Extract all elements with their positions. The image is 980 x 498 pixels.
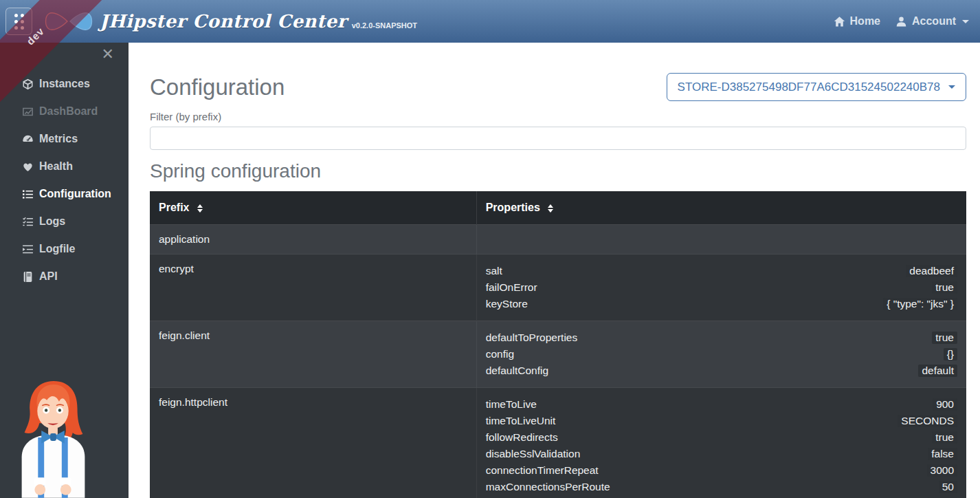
prefix-cell: feign.httpclient	[150, 388, 476, 498]
chevron-down-icon	[962, 20, 969, 23]
prefix-cell: feign.client	[150, 321, 476, 388]
property-value: 3000	[927, 464, 957, 477]
properties-cell: timeToLive900 timeToLiveUnitSECONDS foll…	[476, 388, 966, 498]
property-name: timeToLive	[486, 398, 537, 411]
configuration-table: Prefix Properties application encrypt sa…	[150, 191, 966, 498]
prefix-cell: application	[150, 225, 476, 255]
property-name: config	[486, 348, 514, 360]
sidebar: ✕ Instances DashBoard Metrics	[0, 43, 129, 498]
sidebar-item-health[interactable]: Health	[0, 153, 129, 180]
sidebar-item-instances[interactable]: Instances	[0, 70, 129, 98]
property-name: timeToLiveUnit	[486, 415, 556, 427]
property-name: defaultConfig	[486, 365, 548, 377]
filter-label: Filter (by prefix)	[150, 111, 966, 122]
account-icon	[895, 16, 907, 28]
table-row: application	[150, 225, 966, 255]
table-row: feign.httpclient timeToLive900 timeToLiv…	[150, 388, 966, 498]
property-name: connectionTimerRepeat	[486, 464, 599, 477]
table-row: encrypt saltdeadbeef failOnErrortrue key…	[150, 255, 966, 321]
property-value: true	[932, 281, 957, 294]
properties-cell: defaultToPropertiestrue config{} default…	[476, 321, 966, 388]
home-link[interactable]: Home	[834, 15, 880, 28]
jhipster-mascot	[3, 376, 104, 498]
sidebar-item-label: Logfile	[39, 243, 75, 255]
sidebar-item-label: DashBoard	[39, 105, 98, 118]
sidebar-item-label: Instances	[39, 78, 90, 90]
property-value: {}	[944, 348, 957, 360]
property-value: true	[932, 332, 957, 344]
sidebar-item-api[interactable]: API	[0, 263, 129, 290]
property-value: 50	[939, 481, 957, 493]
configuration-list-icon	[22, 188, 34, 200]
properties-cell: saltdeadbeef failOnErrortrue keyStore{ "…	[476, 255, 966, 321]
property-value: false	[928, 448, 957, 460]
sidebar-item-dashboard[interactable]: DashBoard	[0, 98, 129, 125]
sidebar-nav: Instances DashBoard Metrics Health	[0, 70, 129, 290]
sort-icon	[197, 204, 203, 213]
property-value: SECONDS	[898, 415, 957, 427]
app-title: JHipster Control Center	[100, 11, 347, 32]
property-name: defaultToProperties	[486, 332, 578, 344]
sidebar-item-label: Health	[39, 160, 73, 173]
apps-grid-button[interactable]	[5, 8, 32, 35]
property-name: disableSslValidation	[486, 448, 581, 460]
instance-selector-dropdown[interactable]: STORE-D385275498DF77A6CD31524502240B78	[667, 73, 966, 101]
properties-cell	[476, 225, 966, 255]
filter-input[interactable]	[150, 127, 966, 150]
sidebar-item-configuration[interactable]: Configuration	[0, 180, 129, 208]
jhipster-bowtie-logo	[42, 6, 96, 37]
top-navbar: JHipster Control Center v0.2.0-SNAPSHOT …	[0, 0, 980, 43]
column-header-prefix[interactable]: Prefix	[150, 191, 476, 225]
section-title: Spring configuration	[150, 160, 966, 182]
chevron-down-icon	[948, 85, 955, 89]
sidebar-item-label: Configuration	[39, 188, 111, 200]
sidebar-item-label: Logs	[39, 215, 65, 228]
logs-tasks-icon	[22, 216, 34, 228]
sidebar-item-label: Metrics	[39, 133, 78, 145]
property-name: salt	[486, 265, 502, 277]
column-header-properties[interactable]: Properties	[476, 191, 966, 225]
home-icon	[834, 16, 845, 28]
sidebar-item-metrics[interactable]: Metrics	[0, 125, 129, 153]
account-label: Account	[912, 15, 956, 28]
property-value: default	[918, 365, 957, 377]
sidebar-item-label: API	[39, 270, 58, 283]
home-label: Home	[850, 15, 880, 28]
property-value: deadbeef	[906, 265, 957, 277]
instance-selector-value: STORE-D385275498DF77A6CD31524502240B78	[678, 80, 940, 94]
property-name: failOnError	[486, 281, 537, 294]
sidebar-item-logs[interactable]: Logs	[0, 208, 129, 235]
property-name: keyStore	[486, 298, 528, 310]
property-value: true	[932, 431, 957, 444]
account-menu[interactable]: Account	[895, 15, 969, 28]
close-icon[interactable]: ✕	[102, 47, 114, 62]
property-value: 900	[933, 398, 957, 411]
metrics-gauge-icon	[22, 133, 34, 145]
instances-icon	[22, 78, 34, 90]
property-name: maxConnectionsPerRoute	[486, 481, 610, 493]
api-book-icon	[22, 271, 34, 283]
logfile-icon	[22, 243, 34, 255]
page-title: Configuration	[150, 74, 285, 100]
app-version: v0.2.0-SNAPSHOT	[352, 21, 417, 30]
property-value: { "type": "jks" }	[883, 298, 957, 310]
sidebar-item-logfile[interactable]: Logfile	[0, 235, 129, 263]
prefix-cell: encrypt	[150, 255, 476, 321]
dashboard-chart-icon	[22, 106, 34, 118]
health-heart-icon	[22, 161, 34, 173]
sort-icon	[548, 204, 553, 213]
table-row: feign.client defaultToPropertiestrue con…	[150, 321, 966, 388]
property-name: followRedirects	[486, 431, 558, 444]
main-content: Configuration STORE-D385275498DF77A6CD31…	[129, 43, 980, 498]
